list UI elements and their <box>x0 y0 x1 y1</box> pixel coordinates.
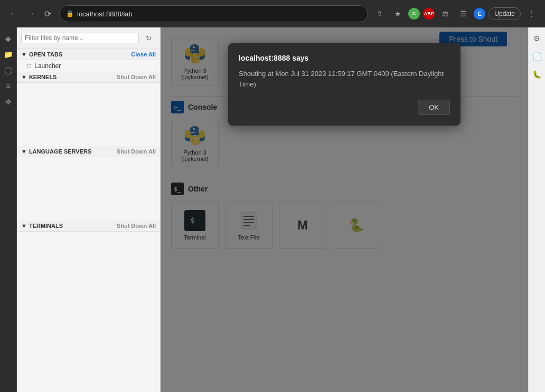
folder-icon[interactable]: 📁 <box>2 47 15 61</box>
dialog: localhost:8888 says Shouting at Mon Jul … <box>228 43 461 126</box>
open-tabs-collapse-icon[interactable]: ▼ <box>21 51 27 58</box>
dialog-ok-button[interactable]: OK <box>418 100 450 115</box>
file-panel: ↻ ▼ OPEN TABS Close All □ Launcher ▼ KER… <box>17 27 161 392</box>
right-sidebar: ⚙ 📄 🐛 <box>528 27 545 392</box>
extension-badge: G <box>408 8 420 20</box>
browser-actions: ⇪ ★ G ABP ⚖ ☰ E Update ⋮ <box>372 6 539 21</box>
app-layout: ◆ 📁 ◯ ≡ ✥ ↻ ▼ OPEN TABS Close All □ Laun… <box>0 27 545 392</box>
logo-icon: ◆ <box>2 32 15 45</box>
file-search-input[interactable] <box>21 33 139 43</box>
open-tabs-label: OPEN TABS <box>29 51 62 58</box>
nav-buttons: ← → ⟳ <box>6 6 55 21</box>
kernels-shutdown-button[interactable]: Shut Down All <box>117 74 156 80</box>
reload-button[interactable]: ⟳ <box>40 6 55 21</box>
terminals-collapse-icon[interactable]: ▼ <box>21 223 27 229</box>
kernels-label: KERNELS <box>29 74 57 80</box>
file-panel-header: ↻ <box>17 27 160 49</box>
url-text: localhost:8888/lab <box>77 10 133 18</box>
browser-chrome: ← → ⟳ 🔒 localhost:8888/lab ⇪ ★ G ABP ⚖ ☰… <box>0 0 545 27</box>
language-servers-section: ▼ LANGUAGE SERVERS Shut Down All <box>17 146 160 157</box>
update-button[interactable]: Update <box>488 7 521 20</box>
terminals-label: TERMINALS <box>29 223 63 229</box>
main-content: Press to Shout <box>161 27 528 392</box>
ls-shutdown-button[interactable]: Shut Down All <box>117 148 156 155</box>
launcher-tab-item[interactable]: □ Launcher <box>17 60 160 72</box>
extensions-icon[interactable]: ✥ <box>2 95 15 109</box>
ls-label: LANGUAGE SERVERS <box>29 148 91 155</box>
menu-button[interactable]: ⋮ <box>524 6 539 21</box>
kernels-collapse-icon[interactable]: ▼ <box>21 74 27 80</box>
dialog-title: localhost:8888 says <box>239 54 450 62</box>
dialog-message: Shouting at Mon Jul 31 2023 11:59:17 GMT… <box>239 69 450 89</box>
table-of-contents-icon[interactable]: ≡ <box>2 79 15 93</box>
running-sessions-icon[interactable]: ◯ <box>2 63 15 77</box>
icon-rail: ◆ 📁 ◯ ≡ ✥ <box>0 27 17 392</box>
puzzle-button[interactable]: ⚖ <box>438 6 453 21</box>
forward-button[interactable]: → <box>23 6 38 21</box>
close-all-button[interactable]: Close All <box>131 51 156 58</box>
dialog-overlay: localhost:8888 says Shouting at Mon Jul … <box>161 27 528 392</box>
ls-collapse-icon[interactable]: ▼ <box>21 148 27 155</box>
terminals-shutdown-button[interactable]: Shut Down All <box>117 223 156 229</box>
sidebar-toggle[interactable]: ☰ <box>456 6 471 21</box>
bookmark-button[interactable]: ★ <box>390 6 405 21</box>
launcher-tab-label: Launcher <box>34 62 61 70</box>
tab-icon: □ <box>27 62 31 70</box>
kernels-section: ▼ KERNELS Shut Down All <box>17 72 160 83</box>
open-tabs-section: ▼ OPEN TABS Close All <box>17 49 160 60</box>
profile-badge: E <box>474 8 485 20</box>
bug-icon[interactable]: 🐛 <box>530 68 544 81</box>
abp-badge: ABP <box>423 8 435 20</box>
share-button[interactable]: ⇪ <box>372 6 387 21</box>
address-bar[interactable]: 🔒 localhost:8888/lab <box>59 5 368 22</box>
lock-icon: 🔒 <box>66 10 74 17</box>
refresh-button[interactable]: ↻ <box>141 31 156 45</box>
terminals-section: ▼ TERMINALS Shut Down All <box>17 221 160 232</box>
dialog-actions: OK <box>239 100 450 115</box>
files-icon[interactable]: 📄 <box>530 50 544 63</box>
settings-icon[interactable]: ⚙ <box>530 32 544 45</box>
back-button[interactable]: ← <box>6 6 21 21</box>
